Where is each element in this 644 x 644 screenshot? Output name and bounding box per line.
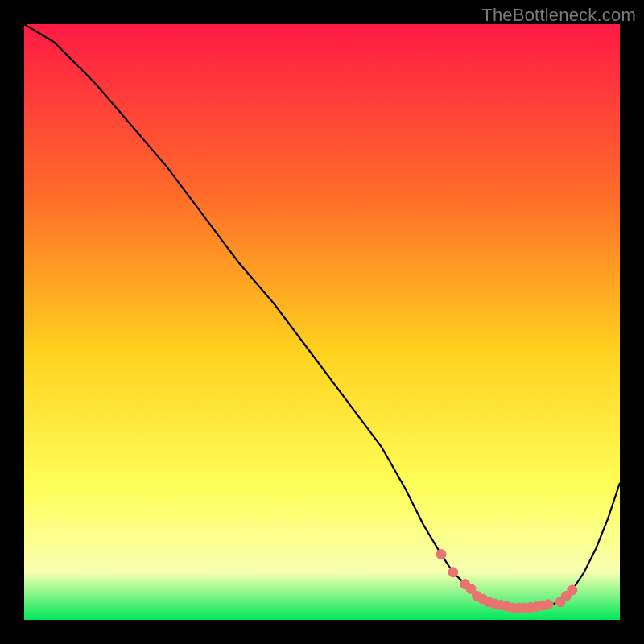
marker-dot xyxy=(543,600,553,609)
marker-dot xyxy=(436,550,446,559)
plot-area xyxy=(24,24,620,620)
chart-stage: TheBottleneck.com xyxy=(0,0,644,644)
marker-dot xyxy=(448,568,458,577)
chart-svg xyxy=(24,24,620,620)
gradient-background xyxy=(24,24,620,620)
marker-dot xyxy=(568,585,577,595)
watermark-text: TheBottleneck.com xyxy=(481,5,636,26)
